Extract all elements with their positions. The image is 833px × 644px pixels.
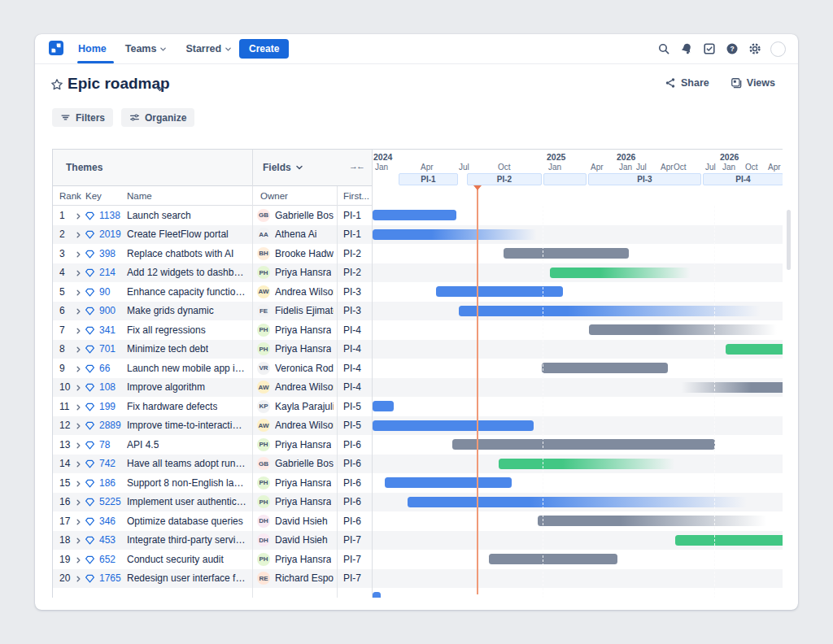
pi-band[interactable]: PI-2	[467, 173, 542, 185]
issue-key-link[interactable]: 1765	[99, 572, 121, 584]
col-rank[interactable]: Rank	[59, 191, 81, 201]
first-pi-value: PI-4	[343, 343, 361, 355]
col-first[interactable]: First...	[343, 191, 369, 201]
issue-key-link[interactable]: 108	[99, 381, 116, 393]
expand-chevron-icon[interactable]	[75, 383, 82, 394]
fields-dropdown[interactable]: Fields	[263, 162, 303, 173]
issue-name[interactable]: Launch new mobile app interface	[127, 363, 247, 374]
expand-chevron-icon[interactable]	[75, 441, 82, 452]
expand-chevron-icon[interactable]	[75, 421, 82, 433]
vertical-scrollbar[interactable]	[787, 210, 791, 270]
issue-name[interactable]: Fix all regressions	[127, 324, 206, 336]
issue-key-link[interactable]: 742	[99, 458, 116, 469]
issue-name[interactable]: Integrate third-party services	[127, 534, 247, 546]
expand-chevron-icon[interactable]	[75, 211, 82, 223]
col-name[interactable]: Name	[127, 191, 152, 201]
expand-chevron-icon[interactable]	[75, 288, 82, 299]
issue-name[interactable]: Improve algorithm	[127, 381, 205, 393]
nav-item-teams[interactable]: Teams	[125, 43, 168, 54]
expand-chevron-icon[interactable]	[75, 459, 82, 471]
collapse-columns-icon[interactable]: →←	[349, 161, 364, 171]
table-row: 590Enhance capacity functionalityAWAndre…	[53, 282, 783, 302]
issue-name[interactable]: Redesign user interface for acce...	[127, 572, 247, 584]
expand-chevron-icon[interactable]	[75, 498, 82, 509]
issue-key-link[interactable]: 5225	[99, 496, 121, 507]
expand-chevron-icon[interactable]	[75, 555, 82, 567]
expand-chevron-icon[interactable]	[75, 402, 82, 414]
search-icon[interactable]	[656, 42, 670, 56]
create-button[interactable]: Create	[239, 39, 289, 59]
user-avatar[interactable]	[770, 41, 786, 57]
share-button[interactable]: Share	[665, 77, 709, 89]
issue-name[interactable]: Create FleetFlow portal	[127, 228, 229, 240]
issue-name[interactable]: Improve time-to-interaction perf...	[127, 420, 247, 431]
issue-key-link[interactable]: 900	[99, 305, 116, 316]
issue-key-link[interactable]: 199	[99, 401, 116, 412]
pi-band[interactable]: PI-4	[703, 173, 783, 185]
expand-chevron-icon[interactable]	[75, 536, 82, 547]
pi-band[interactable]: PI-3	[588, 173, 701, 185]
pi-band[interactable]: PI-1	[399, 173, 458, 185]
issue-name[interactable]: Have all teams adopt runbook	[127, 458, 247, 469]
nav-item-starred[interactable]: Starred	[185, 43, 232, 54]
app-logo-icon[interactable]	[49, 41, 63, 55]
issue-name[interactable]: Add 12 widgets to dashboard	[127, 267, 247, 278]
page-title: Epic roadmap	[68, 75, 170, 93]
expand-chevron-icon[interactable]	[75, 307, 82, 318]
issue-name[interactable]: Support 8 non-English languages	[127, 477, 247, 489]
issue-name[interactable]: Replace chatbots with AI	[127, 248, 233, 259]
issue-key-link[interactable]: 453	[99, 534, 116, 546]
owner-avatar: PH	[257, 553, 270, 566]
issue-key-link[interactable]: 214	[99, 267, 116, 278]
issue-key-link[interactable]: 701	[99, 343, 116, 355]
chevron-down-icon[interactable]	[155, 82, 164, 97]
filters-button[interactable]: Filters	[52, 108, 113, 127]
expand-chevron-icon[interactable]	[75, 364, 82, 376]
nav-item-home[interactable]: Home	[78, 43, 107, 54]
issue-key-link[interactable]: 1138	[99, 210, 120, 221]
issue-name[interactable]: Enhance capacity functionality	[127, 286, 247, 298]
expand-chevron-icon[interactable]	[75, 517, 82, 529]
timeline-month-label: Oct	[745, 163, 758, 172]
issue-name[interactable]: Minimize tech debt	[127, 343, 208, 355]
issue-name[interactable]: API 4.5	[127, 439, 159, 450]
issue-name[interactable]: Conduct security audit	[127, 554, 224, 565]
expand-chevron-icon[interactable]	[75, 268, 82, 280]
help-icon[interactable]: ?	[725, 42, 739, 56]
issue-key-link[interactable]: 90	[99, 286, 110, 298]
timeline-month-label: Jul	[636, 163, 647, 172]
row-rank: 20	[59, 572, 70, 584]
bell-icon[interactable]	[679, 42, 693, 56]
views-button[interactable]: Views	[731, 77, 775, 89]
issue-name[interactable]: Fix hardware defects	[127, 401, 217, 412]
expand-chevron-icon[interactable]	[75, 250, 82, 261]
expand-chevron-icon[interactable]	[75, 574, 82, 585]
col-owner[interactable]: Owner	[260, 191, 288, 201]
tasks-icon[interactable]	[702, 42, 716, 56]
issue-name[interactable]: Launch search	[127, 210, 191, 221]
issue-key-link[interactable]: 186	[99, 477, 116, 489]
expand-chevron-icon[interactable]	[75, 326, 82, 337]
expand-chevron-icon[interactable]	[75, 230, 82, 242]
issue-key-link[interactable]: 398	[99, 248, 116, 259]
issue-key-link[interactable]: 2889	[99, 420, 121, 431]
issue-key-link[interactable]: 652	[99, 554, 116, 565]
expand-chevron-icon[interactable]	[75, 345, 82, 356]
issue-key-link[interactable]: 346	[99, 516, 116, 527]
issue-key-link[interactable]: 66	[99, 363, 110, 374]
expand-chevron-icon[interactable]	[75, 479, 82, 490]
issue-name[interactable]: Implement user authentication	[127, 496, 247, 507]
issue-key-link[interactable]: 78	[99, 439, 110, 450]
col-key[interactable]: Key	[85, 191, 102, 201]
organize-button[interactable]: Organize	[121, 108, 194, 127]
star-icon[interactable]	[50, 78, 63, 94]
themes-header[interactable]: Themes	[66, 162, 102, 173]
table-row: 6900Make grids dynamicFEFidelis EjimatoP…	[53, 302, 783, 321]
pi-band[interactable]	[543, 173, 587, 185]
gear-icon[interactable]	[748, 42, 761, 56]
issue-key-link[interactable]: 2019	[99, 228, 121, 240]
owner-avatar: AW	[257, 381, 270, 394]
issue-key-link[interactable]: 341	[99, 324, 116, 336]
issue-name[interactable]: Make grids dynamic	[127, 305, 214, 316]
issue-name[interactable]: Optimize database queries	[127, 516, 243, 527]
